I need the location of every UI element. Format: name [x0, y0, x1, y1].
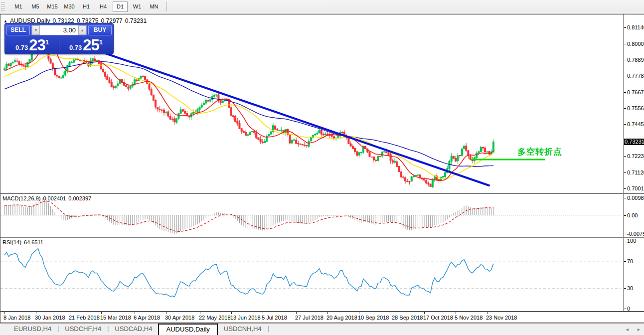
volume-increase-button[interactable]: ▲	[78, 25, 86, 35]
date-tick	[36, 312, 36, 314]
rsi-axis: 10070300	[624, 238, 644, 311]
macd-axis: 0.0098630.00-0.007543	[624, 194, 644, 237]
ask-price-box[interactable]: 0.73251	[59, 37, 113, 53]
chart-window: ▲AUDUSD,Daily0.731220.732750.729770.7323…	[0, 14, 644, 323]
date-tick	[4, 312, 5, 314]
price-axis-tick	[624, 124, 626, 125]
date-tick	[487, 312, 487, 314]
volume-decrease-button[interactable]: ▼	[32, 25, 40, 35]
date-tick	[135, 312, 135, 314]
date-tick	[359, 312, 359, 314]
date-label: 20 Aug 2018	[326, 315, 357, 321]
price-axis-tick	[624, 44, 626, 44]
price-axis-tick	[624, 188, 626, 189]
price-axis-tick	[624, 172, 626, 173]
bid-big-digits: 23	[29, 37, 45, 53]
one-click-trading-panel: SELL ▼ ▲ BUY 0.73231 0.73251	[4, 23, 114, 54]
price-axis-tick	[624, 27, 626, 28]
rsi-line	[4, 249, 493, 297]
date-tick	[456, 312, 456, 314]
macd-axis-tick	[624, 234, 626, 234]
rsi-axis-tick	[624, 261, 626, 262]
timeframe-button-w1[interactable]: W1	[130, 1, 145, 12]
timeframe-button-h1[interactable]: H1	[79, 1, 94, 12]
timeframe-button-m30[interactable]: M30	[62, 1, 77, 12]
macd-pane: MACD(12,26,9)0.0024010.002397 0.0098630.…	[0, 194, 644, 237]
date-label: 6 Apr 2018	[134, 315, 160, 321]
bid-pip-digit: 1	[45, 38, 49, 46]
chart-tab-usdchf-h4[interactable]: USDCHF,H4	[59, 324, 107, 335]
macd-axis-label: 0.00	[627, 212, 638, 218]
price-axis-tick	[624, 60, 626, 60]
price-axis-label: 0.75560	[627, 105, 644, 111]
timeframe-toolbar: M1M5M15M30H1H4D1W1MN	[0, 0, 644, 13]
moving-average-mid	[4, 55, 493, 179]
moving-average-slow	[4, 62, 493, 167]
price-axis-label: 0.77780	[627, 73, 644, 79]
price-axis-tick	[624, 156, 626, 157]
rsi-axis-label: 70	[627, 258, 633, 264]
date-label: 15 Mar 2018	[100, 315, 131, 321]
date-label: 27 Jul 2018	[295, 315, 323, 321]
date-label: 22 May 2018	[199, 315, 231, 321]
toolbar-separator	[166, 1, 167, 11]
tab-separator: |	[268, 324, 269, 332]
close-value: 0.73231	[125, 17, 147, 24]
timeframe-button-m5[interactable]: M5	[28, 1, 43, 12]
date-tick	[424, 312, 425, 314]
chart-tab-usdcad-h4[interactable]: USDCAD,H4	[109, 324, 158, 335]
volume-spinner: ▼ ▲	[31, 25, 87, 35]
timeframe-button-h4[interactable]: H4	[96, 1, 111, 12]
descending-trendline[interactable]	[50, 34, 489, 185]
tab-scroll-right-icon[interactable]: ►	[637, 327, 641, 332]
rsi-axis-tick	[624, 288, 626, 289]
rsi-pane: RSI(14)64.6511 10070300	[0, 238, 644, 312]
macd-axis-label: 0.009863	[627, 195, 644, 201]
macd-signal-value: 0.002397	[68, 195, 91, 201]
date-label: 5 Nov 2018	[455, 315, 483, 321]
bid-ask-row: 0.73231 0.73251	[5, 37, 113, 53]
rsi-label: RSI(14)64.6511	[2, 239, 46, 245]
volume-input[interactable]	[40, 25, 78, 35]
macd-axis-tick	[624, 215, 626, 216]
timeframe-button-m1[interactable]: M1	[11, 1, 26, 12]
chart-tab-eurusd-h4[interactable]: EURUSD,H4	[8, 324, 57, 335]
macd-label: MACD(12,26,9)0.0024010.002397	[2, 195, 94, 201]
toolbar-grip-icon[interactable]	[1, 1, 5, 11]
chart-tab-audusd-daily[interactable]: AUDUSD,Daily	[158, 324, 217, 335]
bid-price-box[interactable]: 0.73231	[5, 37, 59, 53]
macd-axis-label: -0.007543	[627, 231, 644, 237]
timeframe-button-mn[interactable]: MN	[147, 1, 161, 12]
date-tick	[393, 312, 393, 314]
date-tick	[101, 312, 102, 314]
rsi-name: RSI(14)	[2, 239, 21, 245]
date-label: 21 Feb 2018	[69, 315, 100, 321]
timeframe-buttons: M1M5M15M30H1H4D1W1MN	[10, 1, 162, 12]
ask-pip-digit: 1	[99, 38, 103, 46]
rsi-axis-tick	[624, 309, 626, 309]
date-tick	[296, 312, 297, 314]
date-label: 23 Nov 2018	[486, 315, 517, 321]
turning-point-annotation[interactable]: 多空转折点	[517, 146, 562, 158]
chart-tab-usdcnh-h4[interactable]: USDCNH,H4	[218, 324, 268, 335]
tab-scroll-left-icon[interactable]: ◄	[625, 327, 630, 332]
price-axis-label: 0.71120	[627, 169, 644, 175]
ask-big-digits: 25	[83, 37, 99, 53]
rsi-canvas	[0, 238, 624, 312]
price-axis-label: 0.80000	[627, 41, 644, 47]
sell-button[interactable]: SELL	[6, 25, 30, 35]
timeframe-button-m15[interactable]: M15	[45, 1, 60, 12]
timeframe-button-d1[interactable]: D1	[113, 1, 128, 12]
rsi-axis-label: 0	[627, 306, 630, 312]
date-label: 30 Jan 2018	[35, 315, 65, 321]
price-axis-label: 0.70010	[627, 185, 644, 191]
macd-name: MACD(12,26,9)	[2, 195, 40, 201]
date-tick	[200, 312, 200, 314]
date-label: 13 Jun 2018	[230, 315, 261, 321]
buy-button[interactable]: BUY	[88, 25, 112, 35]
date-axis: 8 Jan 201830 Jan 201821 Feb 201815 Mar 2…	[0, 312, 644, 323]
date-tick	[327, 312, 328, 314]
trade-controls-row: SELL ▼ ▲ BUY	[6, 25, 112, 35]
date-tick	[70, 312, 70, 314]
arrow-down-icon: ▼	[34, 28, 38, 32]
